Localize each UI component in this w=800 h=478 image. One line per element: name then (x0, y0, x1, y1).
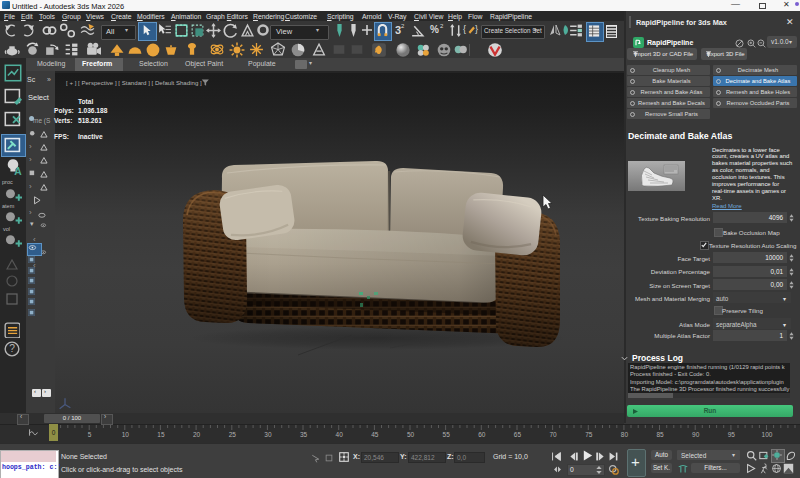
svg-text:?: ? (9, 343, 15, 354)
svg-text:A: A (14, 166, 22, 176)
